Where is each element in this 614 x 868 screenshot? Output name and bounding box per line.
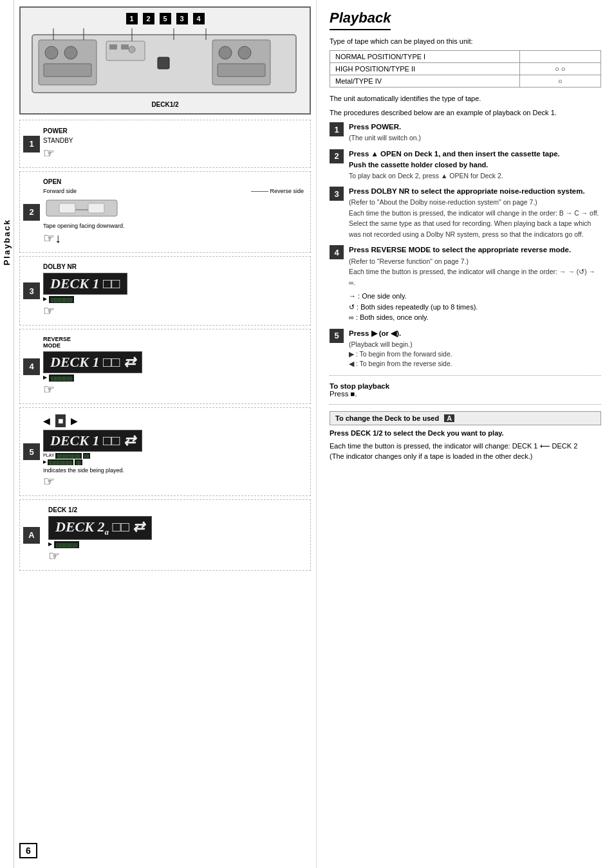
stop-section: To stop playback Press ■. xyxy=(330,382,601,398)
step2-sides: Forward side ——— Reverse side xyxy=(43,188,304,194)
step1-hand: ☞ xyxy=(43,145,304,161)
step1-badge: 1 xyxy=(23,136,40,152)
svg-point-3 xyxy=(64,46,77,59)
mode-2: ↺ : Both sides repeatedly (up to 8 times… xyxy=(349,302,601,313)
svg-point-11 xyxy=(238,46,251,59)
step-5-details: ▶ : To begin from the forward side. ◀ : … xyxy=(349,349,601,368)
stepA-hand: ☞ xyxy=(48,548,304,564)
sidebar-label: Playback xyxy=(2,219,12,265)
dotted-separator-2 xyxy=(330,404,601,405)
step-4-title: Press REVERSE MODE to select the appropr… xyxy=(349,246,571,254)
dotted-separator xyxy=(330,375,601,376)
step-3-ref: (Refer to "About the Dolby noise-reducti… xyxy=(349,198,537,206)
step-2-number: 2 xyxy=(330,149,344,163)
step2-open: OPEN xyxy=(43,178,304,185)
step-3-content: Press DOLBY NR to select the appropriate… xyxy=(349,186,601,239)
step-4-modes: → : One side only. ↺ : Both sides repeat… xyxy=(349,291,601,323)
step5-diagram: 5 ◀ ■ ▶ DECK 1 □□ ⇄ PLAY |||||||||||||||… xyxy=(19,407,311,496)
step3-level-bar: |||||||||||||||| xyxy=(49,296,74,303)
deck-note-2: (The indicator changes only if a tape is… xyxy=(330,451,601,462)
step-2: 2 Press ▲ OPEN on Deck 1, and then inser… xyxy=(330,149,601,181)
step2-content: OPEN Forward side ——— Reverse side Tape … xyxy=(40,175,307,249)
step4-content: REVERSEMODE DECK 1 □□ ⇄ ▶ ||||||||||||||… xyxy=(40,333,307,400)
step-5-detail-2: ◀ : To begin from the reverse side. xyxy=(349,359,601,369)
step4-deck-display: DECK 1 □□ ⇄ xyxy=(43,351,142,373)
step4-badge: 4 xyxy=(23,358,40,375)
deck-select: Press DECK 1/2 to select the Deck you wa… xyxy=(330,429,601,437)
step-1-detail: (The unit will switch on.) xyxy=(349,134,421,142)
stepA-deck-display: DECK 2a □□ ⇄ xyxy=(48,516,152,540)
svg-rect-19 xyxy=(46,200,117,216)
stop-title: To stop playback xyxy=(330,382,389,390)
badge-1: 1 xyxy=(126,13,138,24)
top-device-diagram: 1 2 5 3 4 xyxy=(19,6,311,115)
step-2-title: Press ▲ OPEN on Deck 1, and then insert … xyxy=(349,150,560,158)
step-3: 3 Press DOLBY NR to select the appropria… xyxy=(330,186,601,239)
cassette-svg xyxy=(43,197,120,219)
deck-note-1: Each time the button is pressed, the ind… xyxy=(330,441,601,452)
stepA-label: DECK 1/2 xyxy=(48,506,304,513)
step-4-content: Press REVERSE MODE to select the appropr… xyxy=(349,245,601,322)
svg-point-10 xyxy=(219,46,232,59)
change-deck-label: A xyxy=(444,414,454,422)
step5-controls: ◀ ■ ▶ xyxy=(43,414,304,427)
svg-rect-21 xyxy=(88,203,104,213)
step3-level: ▶ |||||||||||||||| xyxy=(43,296,304,303)
step4-hand: ☞ xyxy=(43,382,304,397)
svg-rect-1 xyxy=(39,40,97,85)
reverse-side: ——— Reverse side xyxy=(251,188,304,194)
left-panel: 1 2 5 3 4 xyxy=(14,0,317,868)
step5-badge: 5 xyxy=(23,443,40,460)
rew-btn: ◀ xyxy=(43,416,50,426)
page-title: Playback xyxy=(330,10,391,30)
tape-symbol-2: ○ ○ xyxy=(519,63,600,75)
step2-diagram: 2 OPEN Forward side ——— Reverse side Tap… xyxy=(19,171,311,253)
stepA-content: DECK 1/2 DECK 2a □□ ⇄ ▶ ||||||||||||||||… xyxy=(45,503,307,567)
step1-content: POWER STANDBY ☞ xyxy=(40,124,307,164)
step-2-content: Press ▲ OPEN on Deck 1, and then insert … xyxy=(349,149,601,181)
badge-5: 5 xyxy=(160,13,171,24)
change-deck-title: To change the Deck to be used xyxy=(335,414,439,422)
step-1-content: Press POWER. (The unit will switch on.) xyxy=(349,122,601,143)
step4-level: ▶ |||||||||||||||| xyxy=(43,374,304,382)
mode-1: → : One side only. xyxy=(349,291,601,302)
step3-badge: 3 xyxy=(23,282,40,299)
level-row-1: PLAY |||||||||||||||||||| |||| xyxy=(43,453,304,459)
stepA-diagram: A DECK 1/2 DECK 2a □□ ⇄ ▶ ||||||||||||||… xyxy=(19,499,311,571)
play-btn: ▶ xyxy=(71,416,78,426)
svg-point-8 xyxy=(129,46,135,53)
step-2-detail: To play back on Deck 2, press ▲ OPEN for… xyxy=(349,172,503,180)
step-1-number: 1 xyxy=(330,122,344,136)
badge-2: 2 xyxy=(143,13,154,24)
change-deck-box: To change the Deck to be used A xyxy=(330,411,601,425)
step-5-detail: (Playback will begin.) xyxy=(349,340,413,348)
step5-content: ◀ ■ ▶ DECK 1 □□ ⇄ PLAY |||||||||||||||||… xyxy=(40,411,307,492)
step-3-detail3: Select the same type as that used for re… xyxy=(349,219,591,238)
level-bar-2: |||||||||||||||||||| xyxy=(48,459,73,465)
deck-label: DECK1/2 xyxy=(26,101,304,108)
forward-side: Forward side xyxy=(43,188,77,194)
step-3-detail2: Each time the button is pressed, the ind… xyxy=(349,209,599,217)
auto-identify: The unit automatically identifies the ty… xyxy=(330,94,601,104)
step-1: 1 Press POWER. (The unit will switch on.… xyxy=(330,122,601,143)
step-5: 5 Press ▶ (or ◀). (Playback will begin.)… xyxy=(330,328,601,369)
step5-deck-display: DECK 1 □□ ⇄ xyxy=(43,430,142,452)
svg-rect-4 xyxy=(44,64,91,77)
step5-note: Indicates the side being played. xyxy=(43,467,304,474)
step3-hand: ☞ xyxy=(43,303,304,319)
procedures-intro: The procedures described below are an ex… xyxy=(330,108,601,118)
svg-point-2 xyxy=(45,46,58,59)
tape-facing: Tape opening facing downward. xyxy=(43,223,304,229)
stepA-level-bar: |||||||||||||||| xyxy=(54,541,79,548)
tape-type-2: HIGH POSITION/TYPE II xyxy=(330,63,520,75)
level-bar-r: |||| xyxy=(83,453,90,459)
badge-row: 1 2 5 3 4 xyxy=(26,13,304,24)
step5-levels: PLAY |||||||||||||||||||| |||| ▶ |||||||… xyxy=(43,453,304,465)
stop-btn: ■ xyxy=(55,414,66,427)
step4-level-bar: |||||||||||||||| xyxy=(49,374,74,382)
step1-standby: STANDBY xyxy=(43,137,304,144)
main-content: 1 2 5 3 4 xyxy=(14,0,614,868)
step-5-number: 5 xyxy=(330,329,344,343)
level-row-2: ▶ |||||||||||||||||||| |||| xyxy=(43,459,304,465)
step1-diagram: 1 POWER STANDBY ☞ xyxy=(19,120,311,168)
